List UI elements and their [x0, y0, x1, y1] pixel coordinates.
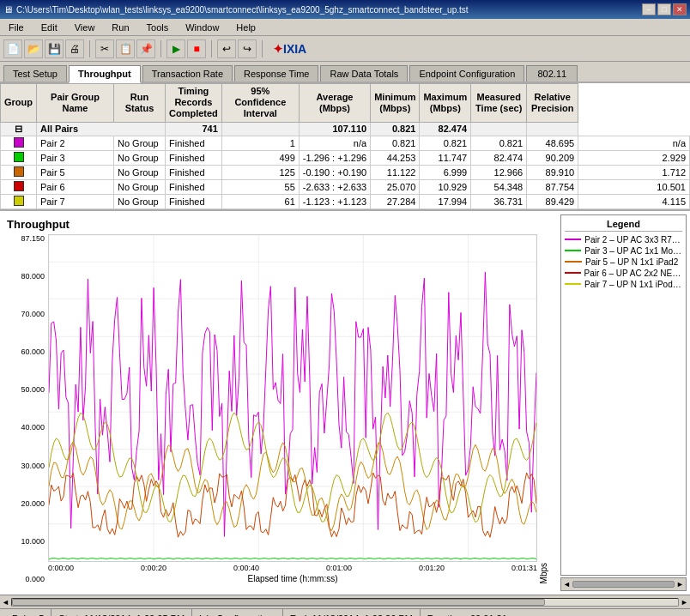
scroll-thumb[interactable] [572, 581, 675, 588]
status-ixia-config: Ixia Configuration: [192, 609, 283, 616]
legend-scrollbar[interactable]: ◄ ► [560, 577, 687, 591]
average-mbps: 44.253 [371, 150, 420, 165]
save-button[interactable]: 💾 [45, 39, 64, 58]
menu-edit[interactable]: Edit [36, 21, 63, 34]
table-row: Pair 7 No Group Finished 61 -1.123 : +1.… [1, 194, 690, 208]
col-confidence: 95% ConfidenceInterval [221, 84, 299, 123]
relative-precision: 10.501 [578, 179, 690, 194]
col-pair-group-name: Pair GroupName [37, 84, 114, 123]
menu-file[interactable]: File [3, 21, 29, 34]
table-row: Pair 2 No Group Finished 1 n/a 0.821 0.8… [1, 136, 690, 150]
tab-80211[interactable]: 802.11 [526, 65, 578, 82]
scroll-left-btn-h[interactable]: ◄ [2, 598, 9, 607]
chart-plot-area [48, 234, 537, 562]
table-row: Pair 3 No Group Finished 499 -1.296 : +1… [1, 150, 690, 165]
y-tick-7: 20.000 [21, 499, 45, 508]
col-group: Group [1, 84, 37, 123]
scroll-right-btn[interactable]: ► [676, 580, 684, 589]
tab-raw-data-totals[interactable]: Raw Data Totals [320, 65, 408, 82]
tab-throughput[interactable]: Throughput [69, 65, 141, 83]
average-mbps: 25.070 [371, 179, 420, 194]
app-icon: 🖥 [3, 4, 13, 15]
tab-response-time[interactable]: Response Time [234, 65, 318, 82]
confidence-interval: -1.123 : +1.123 [299, 194, 370, 208]
y-tick-0: 87.150 [21, 234, 45, 243]
legend-label: Pair 6 – UP AC 2x2 NETGE [584, 269, 682, 278]
measured-time: 48.695 [527, 136, 578, 150]
tab-endpoint-config[interactable]: Endpoint Configuration [409, 65, 524, 82]
end-label: End: 11/13/2014, 1:03:36 PM [290, 613, 413, 617]
pair-name: Pair 3 [37, 150, 114, 165]
redo-button[interactable]: ↪ [238, 39, 257, 58]
x-tick-4: 0:01:20 [419, 564, 445, 572]
maximum-mbps: 0.821 [471, 136, 527, 150]
confidence-interval: n/a [299, 136, 370, 150]
all-pairs-label: All Pairs [37, 122, 166, 136]
stop-button[interactable]: ■ [187, 39, 206, 58]
legend-item: Pair 6 – UP AC 2x2 NETGE [565, 269, 682, 278]
minimum-mbps: 0.821 [420, 136, 471, 150]
relative-precision: 2.929 [578, 150, 690, 165]
relative-precision: 1.712 [578, 165, 690, 179]
tab-transaction-rate[interactable]: Transaction Rate [142, 65, 233, 82]
run-status: Finished [166, 136, 222, 150]
expand-icon[interactable]: ⊟ [1, 122, 37, 136]
cut-button[interactable]: ✂ [95, 39, 114, 58]
menu-help[interactable]: Help [231, 21, 261, 34]
timing-records: 499 [221, 150, 299, 165]
run-status: Finished [166, 194, 222, 208]
y-axis: 87.150 80.000 70.000 60.000 50.000 40.00… [7, 234, 48, 583]
new-button[interactable]: 📄 [3, 39, 22, 58]
menu-run[interactable]: Run [106, 21, 134, 34]
menu-tools[interactable]: Tools [142, 21, 174, 34]
run-button[interactable]: ▶ [166, 39, 185, 58]
h-scroll-thumb[interactable] [12, 599, 545, 606]
col-run-status: Run Status [114, 84, 166, 123]
x-tick-0: 0:00:00 [48, 564, 74, 572]
y-tick-3: 60.000 [21, 347, 45, 356]
h-scroll-track[interactable] [11, 598, 679, 607]
tab-test-setup[interactable]: Test Setup [3, 65, 67, 82]
open-button[interactable]: 📂 [24, 39, 43, 58]
undo-button[interactable]: ↩ [217, 39, 236, 58]
row-color-icon [1, 194, 37, 208]
legend-container: Legend Pair 2 – UP AC 3x3 R7000 Pair 3 –… [557, 211, 690, 595]
legend-item: Pair 3 – UP AC 1x1 MotoX [565, 246, 682, 256]
maximize-button[interactable]: □ [657, 3, 671, 15]
title-bar: 🖥 C:\Users\Tim\Desktop\wlan_tests\linksy… [0, 0, 690, 19]
all-pairs-average: 107.110 [299, 122, 370, 136]
menu-window[interactable]: Window [180, 21, 224, 34]
status-bar: Pairs: 5 Start: 11/13/2014, 1:02:05 PM I… [0, 608, 690, 616]
minimize-button[interactable]: – [642, 3, 656, 15]
tabs: Test Setup Throughput Transaction Rate R… [0, 62, 690, 83]
pairs-label: Pairs: 5 [12, 613, 44, 617]
scroll-right-btn-h[interactable]: ► [681, 598, 688, 607]
copy-button[interactable]: 📋 [116, 39, 135, 58]
group-name: No Group [114, 179, 166, 194]
start-label: Start: 11/13/2014, 1:02:05 PM [58, 613, 185, 617]
timing-records: 61 [221, 194, 299, 208]
timing-records: 55 [221, 179, 299, 194]
x-tick-3: 0:01:00 [326, 564, 352, 572]
legend-item: Pair 7 – UP N 1x1 iPod 5th [565, 280, 682, 289]
average-mbps: 11.122 [371, 165, 420, 179]
row-color-icon [1, 150, 37, 165]
h-scrollbar[interactable]: ◄ ► [0, 595, 690, 608]
print-button[interactable]: 🖨 [65, 39, 84, 58]
legend-label: Pair 2 – UP AC 3x3 R7000 [584, 235, 682, 245]
status-runtime: Run time: 00:01:31 [421, 609, 685, 616]
close-button[interactable]: ✕ [673, 3, 687, 15]
menu-view[interactable]: View [70, 21, 100, 34]
paste-button[interactable]: 📌 [136, 39, 155, 58]
y-tick-6: 30.000 [21, 462, 45, 470]
group-name: No Group [114, 136, 166, 150]
chart-title: Throughput [7, 218, 550, 231]
pair3-chart-line [49, 558, 536, 559]
scroll-left-btn[interactable]: ◄ [563, 580, 571, 589]
legend-label: Pair 7 – UP N 1x1 iPod 5th [584, 280, 682, 289]
timing-records: 1 [221, 136, 299, 150]
x-tick-5: 0:01:31 [511, 564, 537, 572]
measured-time: 89.910 [527, 165, 578, 179]
relative-precision: n/a [578, 136, 690, 150]
all-pairs-minimum: 0.821 [371, 122, 420, 136]
